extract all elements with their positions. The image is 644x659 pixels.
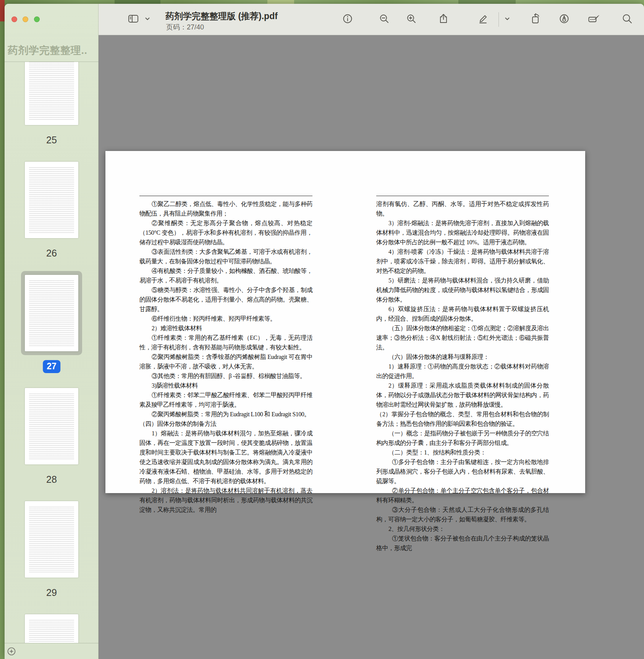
paragraph: ①笼状包合物：客分子被包合在由几个主分子构成的笼状晶格中，形成完	[376, 534, 549, 553]
sidebar-toggle-button[interactable]	[124, 10, 142, 28]
preview-window: 药剂学完整整理... 2526272829 药剂学完整整理版 (推荐).pdf …	[5, 4, 644, 659]
sidebar-toggle-icon	[128, 14, 139, 25]
rotate-left-button[interactable]	[527, 10, 545, 28]
sidebar-mode-chevron-button[interactable]	[141, 10, 154, 28]
document-viewport[interactable]: ①聚乙二醇类，熔点低、毒性小、化学性质稳定，能与多种药物配伍，具有阻止药物聚集作…	[99, 35, 644, 659]
window-controls	[11, 16, 44, 23]
paragraph: 3）溶剂-熔融法：是将药物先溶于溶剂，直接加入到熔融的载体材料中，迅速混合均匀，…	[376, 218, 549, 247]
zoom-in-button[interactable]	[402, 10, 421, 28]
search-icon	[622, 13, 633, 25]
right-column: 溶剂有氯仿、乙醇、丙酮、水等。适用于对热不稳定或挥发性药物。3）溶剂-熔融法：是…	[376, 196, 549, 553]
paragraph: ②聚丙烯酸树脂类：含季铵基的丙烯酸树脂 Eudragit 可在胃中溶胀，肠液中不…	[139, 352, 312, 371]
thumbnail-preview-lines	[29, 167, 74, 234]
thumbnail-preview-lines	[29, 62, 74, 121]
share-button[interactable]	[434, 10, 453, 28]
info-button[interactable]	[338, 10, 357, 28]
paragraph: 1）速释原理：①药物的高度分散状态；②载体材料对药物溶出的促进作用。	[376, 362, 549, 381]
paragraph: 2、按几何形状分类：	[376, 524, 549, 534]
paragraph: 溶剂有氯仿、乙醇、丙酮、水等。适用于对热不稳定或挥发性药物。	[376, 199, 549, 218]
page-number-label: 26	[5, 248, 99, 259]
rotate-left-icon	[531, 13, 542, 26]
paragraph: 4）溶剂-喷雾（冷冻）干燥法：是将药物与载体材料共溶于溶剂中，喷雾或冷冻干燥，除…	[376, 247, 549, 276]
page-number-label: 29	[5, 587, 99, 598]
paragraph: 5）研磨法：是将药物与载体材料混合，强力持久研磨，借助机械力降低药物的粒度，或使…	[376, 276, 549, 304]
left-column: ①聚乙二醇类，熔点低、毒性小、化学性质稳定，能与多种药物配伍，具有阻止药物聚集作…	[139, 196, 312, 515]
thumbnail-page-30[interactable]	[25, 614, 78, 643]
paragraph: ③其他类：常用的有胆固醇、β -谷甾醇、棕榈酸甘油脂等。	[139, 371, 312, 381]
thumbnail-page-29[interactable]	[25, 501, 78, 578]
paragraph: ③表面活性剂类：大多含聚氧乙烯基，可溶于水或有机溶剂，载药量大，在制备固体分散过…	[139, 247, 312, 266]
fullscreen-button[interactable]	[34, 16, 40, 22]
paragraph: 2）难溶性载体材料	[139, 323, 312, 333]
sidebar-bottom-bar	[5, 643, 99, 659]
window-title: 药剂学完整整理版 (推荐).pdf	[165, 10, 278, 22]
thumbnail-preview-lines	[29, 394, 74, 460]
markup-button[interactable]	[474, 10, 492, 28]
paragraph: ②聚维酮类：无定形高分子聚合物，熔点较高、对热稳定（150°C 变色），易溶于水…	[139, 218, 312, 247]
thumbnail-preview-lines	[29, 281, 74, 347]
zoom-in-icon	[406, 13, 417, 25]
annotate-pen-button[interactable]	[555, 10, 573, 28]
paragraph: ⑤糖类与醇类：水溶性强、毒性小、分子中含多个羟基，制成的固体分散体不易老化，适用…	[139, 285, 312, 314]
wallpaper-accent	[458, 0, 516, 4]
toolbar: 药剂学完整整理版 (推荐).pdf 页码：27/40	[99, 4, 644, 35]
wallpaper-accent	[0, 0, 5, 21]
thumbnail-page-28[interactable]	[25, 388, 78, 464]
zoom-out-button[interactable]	[375, 10, 393, 28]
paragraph: ⑥纤维衍生物：羟丙纤维素、羟丙甲纤维素等。	[139, 314, 312, 323]
paragraph: 2）溶剂法：是将药物与载体材料共同溶解于有机溶剂，蒸去有机溶剂，药物与载体材料同…	[139, 486, 312, 515]
paragraph: （四）固体分散体的制备方法	[139, 419, 312, 429]
selected-page-badge: 27	[43, 360, 60, 373]
desktop: { "titlebar": { "traffic_lights": [ {"na…	[0, 0, 644, 659]
wallpaper-accent	[115, 0, 160, 4]
form-fill-button[interactable]	[585, 10, 603, 28]
page-number-label: 28	[5, 474, 99, 485]
paragraph: ①多分子包合物：主分子由氢键相连，按一定方向松散地排列形成晶格洞穴，客分子包嵌入…	[376, 457, 549, 486]
markup-chevron-button[interactable]	[501, 10, 513, 28]
paragraph: ①纤维素类：邻苯二甲酸乙酸纤维素、邻苯二甲酸羟丙甲纤维素及羧甲乙纤维素等，均可溶…	[139, 390, 312, 409]
sidebar: 药剂学完整整理... 2526272829	[5, 4, 99, 659]
plus-circle-icon	[7, 651, 16, 657]
thumbnail-page-27[interactable]	[25, 275, 78, 351]
paragraph: ①纤维素类：常用的有乙基纤维素（EC），无毒，无药理活性，溶于有机溶剂，含有羟基…	[139, 333, 312, 352]
paragraph: 2）缓释原理：采用疏水或脂质类载体材料制成的固体分散体，药物以分子或微晶状态分散…	[376, 381, 549, 409]
form-fill-icon	[588, 14, 600, 25]
search-button[interactable]	[618, 10, 636, 28]
info-icon	[342, 13, 353, 25]
sidebar-document-title: 药剂学完整整理...	[8, 44, 88, 57]
paragraph: 6）双螺旋挤压法：是将药物与载体材料置于双螺旋挤压机内，经混合、捏制而成的固体分…	[376, 304, 549, 323]
paragraph: （五）固体分散体的物相鉴定：①熔点测定；②溶解度及溶出速率；③热分析法；④X 射…	[376, 323, 549, 352]
share-icon	[439, 13, 448, 25]
paragraph: （六）固体分散体的速释与缓释原理：	[376, 352, 549, 362]
markup-pencil-icon	[478, 13, 489, 25]
pdf-page: ①聚乙二醇类，熔点低、毒性小、化学性质稳定，能与多种药物配伍，具有阻止药物聚集作…	[105, 151, 585, 493]
page-indicator: 页码：27/40	[166, 23, 204, 32]
paragraph: （二）类型：1、按结构和性质分类：	[376, 448, 549, 457]
paragraph: ①聚乙二醇类，熔点低、毒性小、化学性质稳定，能与多种药物配伍，具有阻止药物聚集作…	[139, 199, 312, 218]
close-button[interactable]	[11, 16, 17, 22]
minimize-button[interactable]	[23, 16, 28, 22]
wallpaper-accent	[267, 0, 294, 4]
thumbnail-preview-lines	[29, 507, 74, 573]
page-number-label: 25	[5, 135, 99, 146]
thumbnail-page-26[interactable]	[25, 162, 78, 238]
paragraph: （一）概念：是指药物分子被包嵌于另一种物质分子的空穴结构内形成的分子囊，由主分子…	[376, 429, 549, 448]
paragraph: ④有机酸类：分子质量较小，如枸橼酸、酒石酸、琥珀酸等，易溶于水，不易溶于有机溶剂…	[139, 266, 312, 285]
paragraph: 1）熔融法：是将药物与载体材料混匀，加热至熔融，骤冷成固体，再在一定温度下放置一…	[139, 429, 312, 486]
add-page-button[interactable]	[7, 647, 16, 657]
paragraph: ③大分子包合物：天然或人工大分子化合物形成的多孔结构，可容纳一定大小的客分子，如…	[376, 505, 549, 524]
thumbnail-list[interactable]: 2526272829	[5, 62, 99, 643]
chevron-down-icon	[504, 16, 510, 23]
chevron-down-icon	[144, 16, 150, 23]
paragraph: （2）掌握分子包合物的概念、类型、常用包合材料和包合物的制备方法；熟悉包合物作用…	[376, 409, 549, 429]
thumbnail-page-25[interactable]	[25, 62, 78, 125]
pen-nib-icon	[559, 13, 570, 25]
paragraph: ②聚丙烯酸树脂类：常用的为 Eudragit L100 和 Eudragit S…	[139, 409, 312, 419]
paragraph: ②单分子包合物：单个主分子空穴包含单个客分子，包合材料有环糊精类。	[376, 486, 549, 505]
toolbar-divider	[498, 12, 499, 27]
thumbnail-preview-lines	[29, 620, 74, 643]
paragraph: 3)肠溶性载体材料	[139, 381, 312, 390]
zoom-out-icon	[379, 13, 390, 25]
